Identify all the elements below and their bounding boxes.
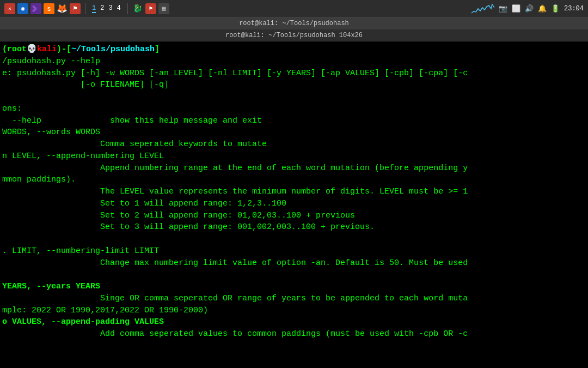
terminal-years-example: mple: 2022 OR 1990,2017,2022 OR 1990-200… <box>0 305 588 317</box>
taskbar-right: 📷 ⬜ 🔊 🔔 🔋 23:04 <box>471 3 584 14</box>
output-text: --help show this help message and exit <box>2 116 262 125</box>
terminal-ap-option: o VALUES, --append-padding VALUES <box>0 316 588 328</box>
output-text: Comma seperated keywords to mutate <box>2 140 267 149</box>
svg-text:S: S <box>47 7 51 13</box>
output-text: Set to 3 will append range: 001,002,003.… <box>2 222 375 232</box>
output-text: mmon paddings). <box>2 175 76 184</box>
terminal-output-usage: e: psudohash.py [-h] -w WORDS [-an LEVEL… <box>0 68 588 80</box>
terminal-an-desc2: mmon paddings). <box>0 174 588 186</box>
bell-icon[interactable]: 🔔 <box>538 4 547 13</box>
workspace-numbers: 1 2 3 4 <box>92 4 121 13</box>
output-text: The LEVEL value represents the minimum n… <box>2 187 468 196</box>
output-text: WORDS, --words WORDS <box>2 128 100 137</box>
output-text: YEARS, --years YEARS <box>2 282 100 291</box>
taskbar-icon-sublime[interactable]: S <box>44 3 54 14</box>
prompt-root: root <box>7 45 27 54</box>
output-text: Append numbering range at the end of eac… <box>2 164 468 173</box>
clock: 23:04 <box>564 5 584 13</box>
terminal-an-set3: Set to 3 will append range: 001,002,003.… <box>0 221 588 233</box>
output-text: ons: <box>2 104 22 113</box>
terminal-output-usage-cont: [-o FILENAME] [-q] <box>0 79 588 91</box>
volume-icon[interactable]: 🔊 <box>525 4 534 13</box>
battery-icon[interactable]: 🔋 <box>551 4 560 13</box>
terminal-an-desc1: Append numbering range at the end of eac… <box>0 162 588 174</box>
terminal-command-line: /psudohash.py --help <box>0 56 588 68</box>
terminal-help-option: --help show this help message and exit <box>0 115 588 127</box>
output-text: n LEVEL, --append-numbering LEVEL <box>2 152 164 161</box>
output-text: e: psudohash.py [-h] -w WORDS [-an LEVEL… <box>2 69 468 78</box>
prompt-close-bracket: ] <box>155 45 160 54</box>
taskbar-separator <box>85 3 85 14</box>
output-text: Change max numbering limit value of opti… <box>2 258 468 268</box>
terminal-an-set1: Set to 1 will append range: 1,2,3..100 <box>0 198 588 210</box>
title-bar-secondary: root@kali: ~/Tools/psudohash 104x26 <box>0 29 588 41</box>
taskbar-icon-blue[interactable]: ◉ <box>17 3 28 14</box>
workspace-1[interactable]: 1 <box>92 4 96 13</box>
camera-icon[interactable]: 📷 <box>499 4 507 13</box>
workspace-2[interactable]: 2 <box>100 4 104 13</box>
terminal-ap-desc: Add comma seperated values to common pad… <box>0 328 588 340</box>
terminal-window[interactable]: (root💀kali)-[~/Tools/psudohash] /psudoha… <box>0 41 588 368</box>
output-text: Singe OR comma seperated OR range of yea… <box>2 294 468 303</box>
taskbar-icon-firefox[interactable]: 🦊 <box>57 3 68 14</box>
output-text: . LIMIT, --numbering-limit LIMIT <box>2 246 159 256</box>
output-text: Set to 1 will append range: 1,2,3..100 <box>2 199 286 208</box>
output-text: Set to 2 will append range: 01,02,03..10… <box>2 211 355 220</box>
workspace-3[interactable]: 3 <box>108 4 112 13</box>
taskbar-app-icon-3[interactable]: ▤ <box>158 3 169 14</box>
output-text: o VALUES, --append-padding VALUES <box>2 317 164 327</box>
terminal-years-desc: Singe OR comma seperated OR range of yea… <box>0 293 588 305</box>
title-bar-primary-text: root@kali: ~/Tools/psudohash <box>239 20 349 27</box>
workspace-4[interactable]: 4 <box>117 4 121 13</box>
terminal-nl-desc: Change max numbering limit value of opti… <box>0 257 588 269</box>
terminal-an-option: n LEVEL, --append-numbering LEVEL <box>0 150 588 162</box>
terminal-words-option: WORDS, --words WORDS <box>0 126 588 138</box>
taskbar-icon-vscode[interactable] <box>30 3 41 14</box>
terminal-an-set2: Set to 2 will append range: 01,02,03..10… <box>0 210 588 222</box>
terminal-options-header: ons: <box>0 103 588 115</box>
terminal-nl-option: . LIMIT, --numbering-limit LIMIT <box>0 245 588 257</box>
cpu-chart <box>471 3 494 14</box>
terminal-blank-3 <box>0 269 588 281</box>
terminal-blank-2 <box>0 233 588 245</box>
taskbar-icon-close[interactable]: ✕ <box>4 3 15 14</box>
taskbar-separator-2 <box>127 3 128 14</box>
taskbar-icon-redflag[interactable]: ⚑ <box>70 3 81 14</box>
prompt-close-paren: )-[ <box>57 45 71 54</box>
terminal-words-desc: Comma seperated keywords to mutate <box>0 138 588 150</box>
terminal-blank-1 <box>0 91 588 103</box>
terminal-an-desc3: The LEVEL value represents the minimum n… <box>0 186 588 198</box>
prompt-open-paren: ( <box>2 45 7 54</box>
prompt-directory: ~/Tools/psudohash <box>71 45 155 54</box>
window-icon[interactable]: ⬜ <box>512 4 520 13</box>
terminal-prompt-line: (root💀kali)-[~/Tools/psudohash] <box>0 44 588 56</box>
prompt-skull: 💀 <box>27 45 37 54</box>
prompt-kali: kali <box>37 45 57 54</box>
command-prefix: /psudohash.py --help <box>2 57 100 66</box>
output-text: [-o FILENAME] [-q] <box>2 80 169 89</box>
output-text: mple: 2022 OR 1990,2017,2022 OR 1990-200… <box>2 306 208 315</box>
output-text: Add comma seperated values to common pad… <box>2 329 468 339</box>
taskbar-app-icon-2[interactable]: ⚑ <box>145 3 156 14</box>
title-bar-secondary-text: root@kali: ~/Tools/psudohash 104x26 <box>225 32 363 39</box>
terminal-years-option: YEARS, --years YEARS <box>0 281 588 293</box>
taskbar: ✕ ◉ S 🦊 ⚑ 1 2 3 4 🐉 ⚑ ▤ 📷 ⬜ 🔊 🔔 🔋 23:04 <box>0 0 588 17</box>
title-bar-primary: root@kali: ~/Tools/psudohash <box>0 17 588 29</box>
taskbar-app-icon-1[interactable]: 🐉 <box>132 3 143 14</box>
